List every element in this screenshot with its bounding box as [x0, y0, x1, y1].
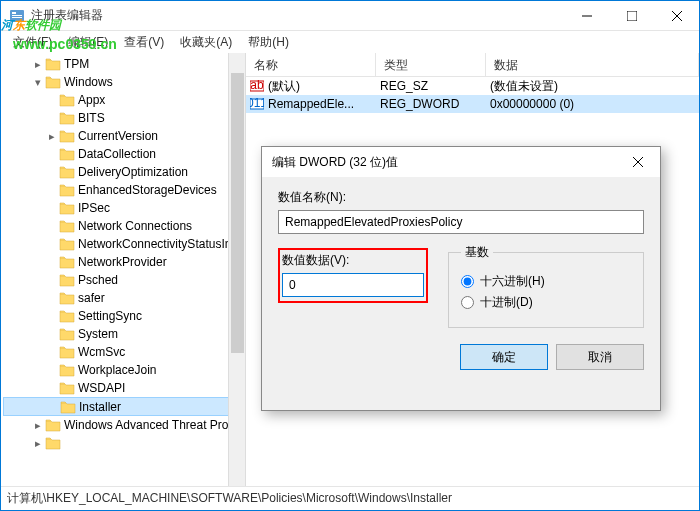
tree-node-label: EnhancedStorageDevices	[78, 181, 217, 199]
tree-node[interactable]: WorkplaceJoin	[3, 361, 245, 379]
cell-data: (数值未设置)	[490, 78, 558, 95]
value-name-label: 数值名称(N):	[278, 189, 644, 206]
highlight-box: 数值数据(V):	[278, 248, 428, 303]
svg-text:ab: ab	[250, 79, 264, 92]
tree-node[interactable]: safer	[3, 289, 245, 307]
cell-type: REG_SZ	[380, 79, 428, 93]
tree-node-label: WorkplaceJoin	[78, 361, 156, 379]
tree-node-label: Windows	[64, 73, 113, 91]
tree-node[interactable]: WSDAPI	[3, 379, 245, 397]
tree-node-label: Installer	[79, 398, 121, 416]
base-legend: 基数	[461, 244, 493, 261]
svg-rect-5	[627, 11, 637, 21]
dialog-titlebar: 编辑 DWORD (32 位)值	[262, 147, 660, 177]
regedit-window: 河东河东软件园软件园 www.pc0359.cn 注册表编辑器 文件(F) 编辑…	[0, 0, 700, 511]
tree-node-label: Windows Advanced Threat Prote	[64, 416, 239, 434]
tree-node-label: NetworkConnectivityStatusInc	[78, 235, 237, 253]
tree-node-label: WcmSvc	[78, 343, 125, 361]
tree-node[interactable]: ▸TPM	[3, 55, 245, 73]
expander-icon[interactable]: ▸	[31, 434, 45, 452]
tree-node-label: TPM	[64, 55, 89, 73]
cell-name: RemappedEle...	[268, 97, 354, 111]
tree-node[interactable]: ▸Windows Advanced Threat Prote	[3, 416, 245, 434]
tree-node[interactable]: NetworkConnectivityStatusInc	[3, 235, 245, 253]
tree-node-label: CurrentVersion	[78, 127, 158, 145]
tree-node-label: safer	[78, 289, 105, 307]
cancel-button[interactable]: 取消	[556, 344, 644, 370]
tree-node[interactable]: Network Connections	[3, 217, 245, 235]
radio-dec-label: 十进制(D)	[480, 294, 533, 311]
radio-dec[interactable]	[461, 296, 474, 309]
menu-favorites[interactable]: 收藏夹(A)	[172, 32, 240, 53]
menubar: 文件(F) 编辑(E) 查看(V) 收藏夹(A) 帮助(H)	[1, 31, 699, 53]
menu-view[interactable]: 查看(V)	[116, 32, 172, 53]
titlebar: 注册表编辑器	[1, 1, 699, 31]
col-type[interactable]: 类型	[376, 53, 486, 76]
expander-icon[interactable]: ▸	[31, 416, 45, 434]
dialog-close-button[interactable]	[615, 148, 660, 177]
tree-node-label: BITS	[78, 109, 105, 127]
tree-node-label: WSDAPI	[78, 379, 125, 397]
tree-node[interactable]: SettingSync	[3, 307, 245, 325]
svg-rect-1	[12, 12, 16, 14]
svg-rect-3	[12, 17, 22, 18]
value-name-input[interactable]	[278, 210, 644, 234]
expander-icon[interactable]: ▸	[45, 127, 59, 145]
tree-node[interactable]: EnhancedStorageDevices	[3, 181, 245, 199]
tree-node[interactable]: Appx	[3, 91, 245, 109]
list-row[interactable]: ab(默认)REG_SZ(数值未设置)	[246, 77, 699, 95]
statusbar: 计算机\HKEY_LOCAL_MACHINE\SOFTWARE\Policies…	[1, 486, 699, 510]
radio-hex[interactable]	[461, 275, 474, 288]
ok-button[interactable]: 确定	[460, 344, 548, 370]
cell-type: REG_DWORD	[380, 97, 459, 111]
tree-node-label: Psched	[78, 271, 118, 289]
expander-icon[interactable]: ▾	[31, 73, 45, 91]
tree-node[interactable]: DeliveryOptimization	[3, 163, 245, 181]
tree-node[interactable]: ▸	[3, 434, 245, 452]
tree-node[interactable]: IPSec	[3, 199, 245, 217]
status-path: 计算机\HKEY_LOCAL_MACHINE\SOFTWARE\Policies…	[7, 490, 452, 507]
tree-node[interactable]: Psched	[3, 271, 245, 289]
col-name[interactable]: 名称	[246, 53, 376, 76]
value-data-label: 数值数据(V):	[282, 252, 424, 269]
tree-node[interactable]: DataCollection	[3, 145, 245, 163]
tree-node-label: IPSec	[78, 199, 110, 217]
tree-node-label: System	[78, 325, 118, 343]
tree-node-label: DeliveryOptimization	[78, 163, 188, 181]
tree-node-label: DataCollection	[78, 145, 156, 163]
tree-node[interactable]: System	[3, 325, 245, 343]
menu-edit[interactable]: 编辑(E)	[60, 32, 116, 53]
edit-dword-dialog: 编辑 DWORD (32 位)值 数值名称(N): 数值数据(V): 基数	[261, 146, 661, 411]
tree-node[interactable]: WcmSvc	[3, 343, 245, 361]
menu-file[interactable]: 文件(F)	[5, 32, 60, 53]
window-title: 注册表编辑器	[31, 7, 564, 24]
list-row[interactable]: 011RemappedEle...REG_DWORD0x00000000 (0)	[246, 95, 699, 113]
cell-name: (默认)	[268, 78, 300, 95]
tree-node[interactable]: Installer	[3, 397, 245, 416]
list-header: 名称 类型 数据	[246, 53, 699, 77]
tree-view[interactable]: ▸TPM▾WindowsAppxBITS▸CurrentVersionDataC…	[1, 53, 246, 486]
tree-node-label: Network Connections	[78, 217, 192, 235]
tree-node[interactable]: NetworkProvider	[3, 253, 245, 271]
base-fieldset: 基数 十六进制(H) 十进制(D)	[448, 244, 644, 328]
svg-text:011: 011	[250, 97, 264, 110]
tree-node[interactable]: ▸CurrentVersion	[3, 127, 245, 145]
value-data-input[interactable]	[282, 273, 424, 297]
maximize-button[interactable]	[609, 1, 654, 30]
expander-icon[interactable]: ▸	[31, 55, 45, 73]
close-button[interactable]	[654, 1, 699, 30]
minimize-button[interactable]	[564, 1, 609, 30]
cell-data: 0x00000000 (0)	[490, 97, 574, 111]
tree-node-label: Appx	[78, 91, 105, 109]
radio-hex-label: 十六进制(H)	[480, 273, 545, 290]
tree-node-label: SettingSync	[78, 307, 142, 325]
svg-rect-2	[12, 15, 22, 16]
dialog-title: 编辑 DWORD (32 位)值	[272, 154, 615, 171]
col-data[interactable]: 数据	[486, 53, 699, 76]
tree-node[interactable]: ▾Windows	[3, 73, 245, 91]
tree-node-label: NetworkProvider	[78, 253, 167, 271]
tree-scrollbar[interactable]	[228, 53, 245, 486]
tree-node[interactable]: BITS	[3, 109, 245, 127]
menu-help[interactable]: 帮助(H)	[240, 32, 297, 53]
app-icon	[9, 8, 25, 24]
